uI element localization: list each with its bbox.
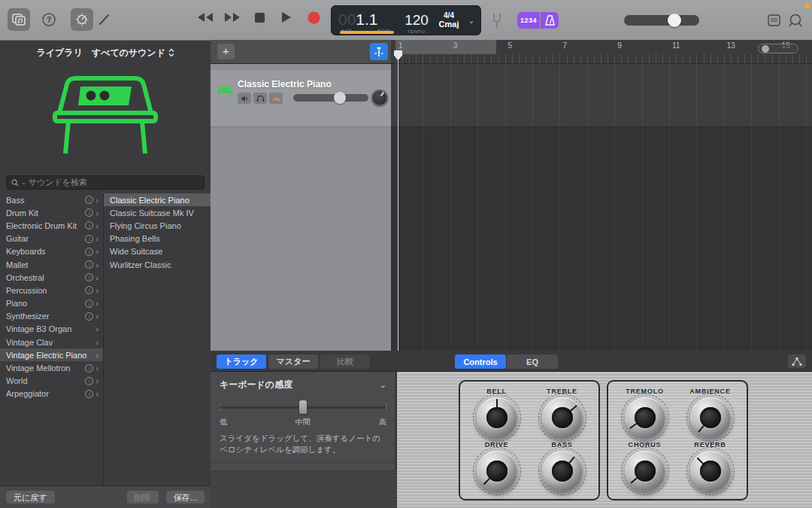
download-icon[interactable]: ↓ — [85, 260, 93, 269]
download-icon[interactable]: ↓ — [85, 221, 93, 230]
sidebar-category-electronic-drum-kit[interactable]: Electronic Drum Kit↓› — [0, 219, 103, 232]
smart-controls-button[interactable] — [71, 8, 93, 31]
tab-master[interactable]: マスター — [268, 354, 318, 369]
library-sidebar: ライブラリ すべてのサウンド Classic Ele — [0, 41, 211, 508]
play-button[interactable] — [278, 9, 295, 26]
sidebar-category-percussion[interactable]: Percussion↓› — [0, 284, 103, 297]
catch-playhead-button[interactable] — [370, 43, 388, 60]
track-volume-knob[interactable] — [334, 92, 346, 104]
download-icon[interactable]: ↓ — [85, 364, 93, 373]
sensitivity-slider[interactable] — [220, 400, 386, 414]
download-icon[interactable]: ↓ — [85, 312, 93, 321]
sidebar-category-piano[interactable]: Piano↓› — [0, 297, 103, 310]
track-pan-knob[interactable] — [371, 90, 388, 106]
sidebar-category-synthesizer[interactable]: Synthesizer↓› — [0, 310, 103, 323]
sidebar-category-vintage-electric-piano[interactable]: Vintage Electric Piano› — [0, 348, 103, 361]
preset-classic-electric-piano[interactable]: Classic Electric Piano — [104, 193, 211, 206]
download-icon[interactable]: ↓ — [85, 377, 93, 385]
master-volume-knob[interactable] — [668, 14, 681, 27]
sidebar-category-vintage-b3-organ[interactable]: Vintage B3 Organ› — [0, 323, 103, 336]
sidebar-category-bass[interactable]: Bass↓› — [0, 193, 103, 206]
sidebar-category-arpeggiator[interactable]: Arpeggiator↓› — [0, 388, 103, 400]
master-volume-slider[interactable] — [624, 15, 699, 26]
horizontal-zoom-slider[interactable] — [758, 44, 798, 53]
download-icon[interactable]: ↓ — [85, 390, 93, 398]
preset-phasing-bells[interactable]: Phasing Bells — [104, 233, 211, 245]
solo-button[interactable] — [253, 93, 267, 104]
collapse-chevron-icon[interactable]: ⌄ — [380, 380, 386, 390]
empty-timeline-area[interactable] — [391, 128, 812, 351]
sensitivity-slider-handle[interactable] — [299, 400, 307, 414]
forward-button[interactable] — [224, 9, 241, 26]
zoom-slider-knob[interactable] — [762, 45, 769, 53]
chorus-knob[interactable] — [625, 451, 665, 491]
sidebar-category-vintage-clav[interactable]: Vintage Clav› — [0, 336, 103, 348]
metronome-button[interactable] — [541, 12, 559, 29]
bass-knob[interactable] — [542, 451, 583, 491]
track-header[interactable]: Classic Electric Piano — [211, 70, 391, 127]
reverb-knob[interactable] — [690, 451, 731, 491]
sidebar-category-mallet[interactable]: Mallet↓› — [0, 258, 103, 271]
sidebar-category-orchestral[interactable]: Orchestral↓› — [0, 271, 103, 284]
stop-button[interactable] — [251, 9, 268, 26]
help-button[interactable]: ? — [41, 11, 57, 28]
chevron-right-icon: › — [95, 351, 98, 360]
sidebar-category-drum-kit[interactable]: Drum Kit↓› — [0, 206, 103, 219]
track-lane[interactable] — [391, 64, 812, 127]
save-button[interactable]: 保存... — [166, 491, 205, 503]
sound-filter-dropdown[interactable]: すべてのサウンド — [92, 47, 174, 59]
download-icon[interactable]: ↓ — [85, 196, 93, 204]
count-in-button[interactable]: 1234 — [517, 12, 540, 29]
drive-knob[interactable] — [477, 451, 517, 491]
preset-wide-suitcase[interactable]: Wide Suitcase — [104, 245, 211, 258]
category-label: Drum Kit — [6, 208, 85, 217]
sensitivity-section-header[interactable]: キーボードの感度 ⌄ — [211, 372, 395, 394]
download-icon[interactable]: ↓ — [85, 300, 93, 308]
download-icon[interactable]: ↓ — [85, 273, 93, 281]
track-name[interactable]: Classic Electric Piano — [238, 79, 332, 90]
preset-flying-circus-piano[interactable]: Flying Circus Piano — [104, 219, 211, 232]
tab-compare[interactable]: 比較 — [320, 354, 370, 369]
lcd-tempo-section[interactable]: 120 TEMPO — [400, 6, 433, 35]
treble-knob[interactable] — [542, 397, 583, 438]
tremolo-knob[interactable] — [625, 397, 665, 438]
screen-controls-link-button[interactable] — [788, 354, 806, 368]
bar-ruler[interactable]: 13579111315 — [391, 40, 812, 64]
download-icon[interactable]: ↓ — [85, 248, 93, 256]
lcd-display[interactable]: 001.1 BAR BEAT 120 TEMPO 4/4 Cmaj ⌄ — [331, 5, 481, 35]
sidebar-category-keyboards[interactable]: Keyboards↓› — [0, 245, 103, 258]
time-signature: 4/4 — [433, 11, 465, 20]
tuner-button[interactable] — [489, 11, 505, 30]
sensitivity-labels: 低 中間 高 — [211, 414, 395, 427]
download-icon[interactable]: ↓ — [85, 208, 93, 217]
mute-button[interactable] — [238, 93, 251, 104]
add-track-button[interactable]: + — [217, 44, 235, 59]
notepad-button[interactable] — [765, 12, 782, 29]
download-icon[interactable]: ↓ — [85, 235, 93, 243]
tab-track[interactable]: トラック — [217, 354, 266, 369]
download-icon[interactable]: ↓ — [85, 286, 93, 294]
sidebar-category-guitar[interactable]: Guitar↓› — [0, 233, 103, 245]
preset-classic-suitcase-mk-iv[interactable]: Classic Suitcase Mk IV — [104, 206, 211, 219]
timeline[interactable] — [391, 64, 812, 351]
chevron-right-icon: › — [95, 221, 98, 230]
track-volume-slider[interactable] — [293, 94, 368, 102]
lcd-mode-chevron[interactable]: ⌄ — [465, 17, 478, 25]
rewind-button[interactable] — [197, 9, 214, 26]
lcd-key-section[interactable]: 4/4 Cmaj — [433, 11, 465, 29]
editors-button[interactable] — [96, 11, 113, 28]
ambience-knob[interactable] — [690, 397, 731, 438]
record-button[interactable] — [305, 9, 322, 26]
sidebar-category-world[interactable]: World↓› — [0, 375, 103, 388]
bell-knob[interactable] — [477, 397, 517, 438]
input-monitoring-button[interactable] — [269, 93, 283, 104]
revert-button[interactable]: 元に戻す — [6, 491, 55, 503]
sidebar-category-vintage-mellotron[interactable]: Vintage Mellotron↓› — [0, 361, 103, 374]
tab-controls[interactable]: Controls — [455, 354, 506, 369]
loop-browser-button[interactable] — [786, 12, 804, 29]
tab-eq[interactable]: EQ — [507, 354, 558, 369]
library-toggle-button[interactable] — [8, 8, 30, 31]
sound-search-field[interactable]: ⌄ サウンドを検索 — [6, 175, 205, 190]
preset-wurlitzer-classic[interactable]: Wurlitzer Classic — [104, 258, 211, 271]
delete-button[interactable]: 削除 — [127, 491, 159, 503]
